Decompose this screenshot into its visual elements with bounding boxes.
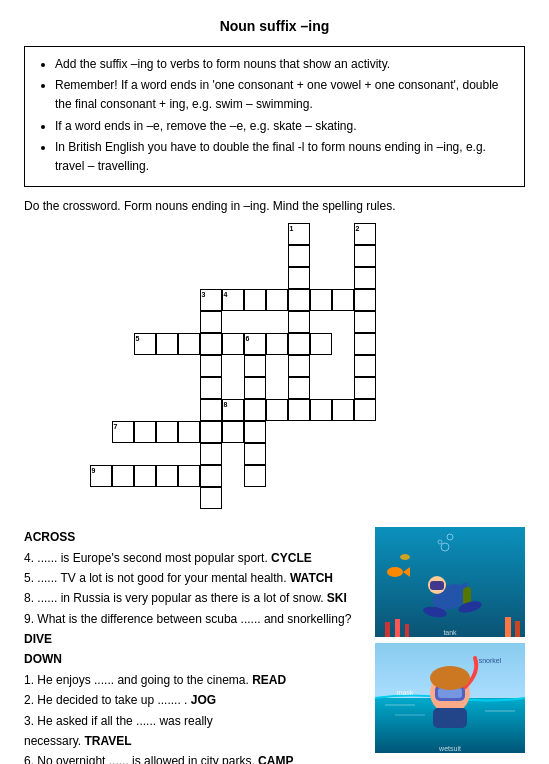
cell[interactable] [200, 355, 222, 377]
cell[interactable] [200, 399, 222, 421]
clues-section: ACROSS 4. ...... is Europe's second most… [24, 527, 363, 764]
clue-text: He decided to take up ....... . [37, 693, 190, 707]
cell[interactable] [200, 333, 222, 355]
cell[interactable] [244, 399, 266, 421]
cell[interactable] [156, 421, 178, 443]
cell[interactable] [244, 465, 266, 487]
clue-num: 3. [24, 714, 37, 728]
page-title: Noun suffix –ing [24, 18, 525, 34]
cell[interactable]: 5 [134, 333, 156, 355]
cell[interactable] [244, 289, 266, 311]
cell[interactable] [222, 333, 244, 355]
clues-container: ACROSS 4. ...... is Europe's second most… [24, 527, 363, 764]
clue-across-9: 9. What is the difference between scuba … [24, 609, 363, 650]
svg-text:snorkel: snorkel [479, 657, 502, 664]
cell[interactable] [354, 245, 376, 267]
rule-2: Remember! If a word ends in 'one consona… [55, 76, 512, 114]
svg-rect-16 [395, 619, 400, 637]
cell[interactable] [354, 311, 376, 333]
cell[interactable] [310, 399, 332, 421]
svg-point-14 [400, 554, 410, 560]
cell[interactable] [332, 289, 354, 311]
clue-num: 2. [24, 693, 37, 707]
cell[interactable] [288, 333, 310, 355]
clue-text: No overnight ...... is allowed in city p… [37, 754, 258, 764]
cell[interactable] [156, 333, 178, 355]
clue-answer: CAMP [258, 754, 293, 764]
cell[interactable] [178, 421, 200, 443]
rule-4: In British English you have to double th… [55, 138, 512, 176]
cell[interactable] [288, 377, 310, 399]
cell[interactable]: 4 [222, 289, 244, 311]
cell[interactable] [266, 333, 288, 355]
cell[interactable] [222, 421, 244, 443]
cell[interactable] [266, 399, 288, 421]
cell[interactable] [310, 289, 332, 311]
svg-point-12 [387, 567, 403, 577]
cell[interactable] [200, 377, 222, 399]
cell[interactable]: 7 [112, 421, 134, 443]
cell[interactable] [244, 355, 266, 377]
cell[interactable] [310, 333, 332, 355]
cell[interactable]: 9 [90, 465, 112, 487]
cell[interactable] [244, 377, 266, 399]
clue-down-2: 2. He decided to take up ....... . JOG [24, 690, 363, 710]
cell[interactable] [244, 421, 266, 443]
clue-across-4: 4. ...... is Europe's second most popula… [24, 548, 363, 568]
clues-images-row: ACROSS 4. ...... is Europe's second most… [24, 527, 525, 764]
cell[interactable] [354, 267, 376, 289]
cell[interactable] [156, 465, 178, 487]
cell[interactable] [288, 267, 310, 289]
diver-image-2: mask snorkel wetsuit [375, 643, 525, 753]
images-section: tank [375, 527, 525, 764]
cell[interactable]: 2 [354, 223, 376, 245]
cell[interactable] [134, 465, 156, 487]
cell[interactable] [200, 311, 222, 333]
cell[interactable] [200, 465, 222, 487]
cell[interactable] [112, 465, 134, 487]
svg-text:wetsuit: wetsuit [438, 745, 461, 752]
cell[interactable]: 3 [200, 289, 222, 311]
svg-text:mask: mask [397, 689, 414, 696]
cell[interactable] [244, 443, 266, 465]
across-title: ACROSS [24, 527, 363, 547]
cell[interactable]: 6 [244, 333, 266, 355]
clue-down-3: 3. He asked if all the ...... was really… [24, 711, 363, 752]
clue-answer: DIVE [24, 632, 52, 646]
cell[interactable] [200, 443, 222, 465]
cell[interactable] [354, 399, 376, 421]
cell[interactable] [288, 311, 310, 333]
cell[interactable] [332, 399, 354, 421]
cell[interactable] [200, 487, 222, 509]
rules-box: Add the suffix –ing to verbs to form nou… [24, 46, 525, 187]
clue-num: 8. [24, 591, 37, 605]
cell[interactable] [288, 355, 310, 377]
cell[interactable] [288, 245, 310, 267]
clue-num: 9. [24, 612, 37, 626]
clue-across-5: 5. ...... TV a lot is not good for your … [24, 568, 363, 588]
crossword-grid: 1 2 3 4 5 6 7 8 [90, 223, 460, 513]
cell[interactable] [354, 333, 376, 355]
cell[interactable] [178, 465, 200, 487]
cell[interactable] [266, 289, 288, 311]
svg-point-26 [430, 666, 470, 690]
svg-text:tank: tank [443, 629, 457, 636]
cell[interactable] [178, 333, 200, 355]
diver-image-1: tank [375, 527, 525, 637]
down-title: DOWN [24, 649, 363, 669]
clue-text: What is the difference between scuba ...… [37, 612, 351, 626]
cell[interactable] [354, 377, 376, 399]
cell[interactable] [354, 289, 376, 311]
svg-rect-18 [505, 617, 511, 637]
cell[interactable] [288, 399, 310, 421]
cell[interactable] [354, 355, 376, 377]
clue-num: 5. [24, 571, 37, 585]
cell[interactable] [200, 421, 222, 443]
cell[interactable]: 8 [222, 399, 244, 421]
cell[interactable] [134, 421, 156, 443]
clue-num: 1. [24, 673, 37, 687]
clue-across-8: 8. ...... in Russia is very popular as t… [24, 588, 363, 608]
clue-text: He enjoys ...... and going to the cinema… [37, 673, 252, 687]
cell[interactable] [288, 289, 310, 311]
cell[interactable]: 1 [288, 223, 310, 245]
